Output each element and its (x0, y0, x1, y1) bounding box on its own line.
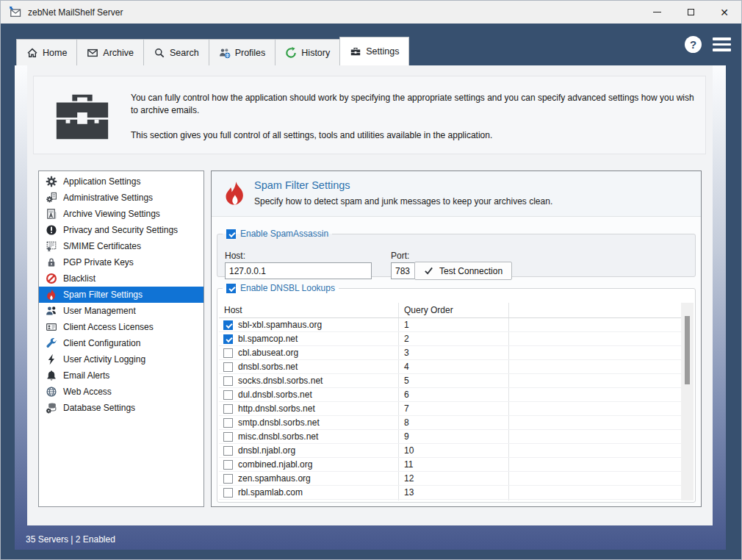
dnsbl-row[interactable]: cbl.abuseat.org3 (219, 346, 681, 360)
column-header-query-order[interactable]: Query Order (398, 303, 508, 317)
dnsbl-table: Host Query Order sbl-xbl.spamhaus.org1bl… (219, 303, 694, 500)
checkmark-icon (424, 266, 433, 276)
dnsbl-row[interactable]: dul.dnsbl.sorbs.net6 (219, 388, 681, 402)
dnsbl-table-header: Host Query Order (219, 303, 681, 318)
sidebar-item-application-settings[interactable]: Application Settings (39, 173, 203, 190)
spam-filter-panel: Spam Filter Settings Specify how to dete… (211, 170, 702, 507)
sidebar-item-label: Client Configuration (63, 338, 140, 348)
dnsbl-row-checkbox[interactable] (223, 334, 233, 344)
sidebar-item-client-access-licenses[interactable]: Client Access Licenses (39, 319, 203, 335)
dnsbl-row[interactable]: bl.spamcop.net2 (219, 332, 681, 346)
license-icon (46, 321, 57, 333)
scrollbar-thumb[interactable] (685, 316, 690, 384)
sidebar-item-blacklist[interactable]: Blacklist (39, 270, 203, 287)
sidebar-item-user-activity-logging[interactable]: User Activity Logging (39, 351, 203, 367)
dnsbl-row[interactable]: http.dnsbl.sorbs.net7 (219, 402, 681, 416)
vertical-scrollbar[interactable] (681, 303, 694, 500)
dnsbl-row[interactable]: zen.spamhaus.org12 (219, 472, 681, 486)
dnsbl-query-order: 8 (398, 416, 508, 429)
dnsbl-row[interactable]: misc.dnsbl.sorbs.net9 (219, 430, 681, 444)
dnsbl-row-checkbox[interactable] (223, 390, 233, 400)
column-header-host[interactable]: Host (219, 305, 398, 315)
sidebar-item-s-mime-certificates[interactable]: S/MIME Certificates (39, 238, 203, 254)
sidebar-item-client-configuration[interactable]: Client Configuration (39, 335, 203, 351)
dnsbl-row-checkbox[interactable] (223, 362, 233, 372)
dnsbl-row-checkbox[interactable] (223, 446, 233, 456)
tab-label: History (301, 48, 330, 58)
tab-history[interactable]: History (275, 39, 340, 65)
dnsbl-row[interactable]: socks.dnsbl.sorbs.net5 (219, 374, 681, 388)
dnsbl-row-checkbox[interactable] (223, 418, 233, 428)
tab-label: Search (170, 48, 199, 58)
dnsbl-host: rbl.spamlab.com (238, 487, 303, 498)
home-icon (26, 47, 38, 59)
enable-dnsbl-checkbox[interactable] (226, 284, 236, 293)
settings-category-list: Application SettingsAdministrative Setti… (38, 170, 204, 507)
dnsbl-query-order: 11 (398, 458, 508, 471)
tab-home[interactable]: Home (16, 39, 77, 65)
dnsbl-row-checkbox[interactable] (223, 488, 233, 498)
dnsbl-host: combined.njabl.org (238, 459, 312, 470)
minimize-button[interactable] (640, 1, 674, 24)
port-input[interactable] (391, 262, 416, 279)
app-icon (9, 6, 21, 18)
dnsbl-empty-cell (508, 346, 681, 359)
dnsbl-query-order: 6 (398, 388, 508, 401)
settings-icon (350, 46, 361, 57)
dnsbl-host: smtp.dnsbl.sorbs.net (238, 417, 320, 428)
sidebar-item-label: Blacklist (63, 273, 96, 284)
wrench-icon (46, 337, 57, 349)
dnsbl-empty-cell (508, 332, 681, 345)
help-button[interactable]: ? (685, 36, 702, 53)
dnsbl-row[interactable]: dnsbl.sorbs.net4 (219, 360, 681, 374)
dnsbl-host: dul.dnsbl.sorbs.net (238, 390, 312, 400)
dnsbl-empty-cell (508, 318, 681, 331)
maximize-button[interactable] (674, 1, 707, 24)
test-connection-button[interactable]: Test Connection (414, 262, 512, 280)
dnsbl-empty-cell (508, 486, 681, 499)
tab-archive[interactable]: Archive (76, 39, 144, 65)
sidebar-item-web-access[interactable]: Web Access (39, 384, 203, 400)
dnsbl-query-order: 12 (398, 472, 508, 485)
sidebar-item-label: Spam Filter Settings (63, 290, 143, 300)
dnsbl-row-checkbox[interactable] (223, 320, 233, 330)
dnsbl-query-order: 14 (398, 500, 508, 500)
sidebar-item-database-settings[interactable]: Database Settings (39, 400, 203, 416)
sidebar-item-user-management[interactable]: User Management (39, 303, 203, 319)
spamassassin-group: Enable SpamAssassin Host: Port: Test Con… (217, 229, 696, 277)
dnsbl-row[interactable]: smtp.dnsbl.sorbs.net8 (219, 416, 681, 430)
tab-profiles[interactable]: Profiles (209, 39, 276, 65)
dnsbl-row-checkbox[interactable] (223, 460, 233, 470)
dnsbl-row-checkbox[interactable] (223, 348, 233, 358)
sidebar-item-privacy-and-security-settings[interactable]: Privacy and Security Settings (39, 222, 203, 238)
host-input[interactable] (225, 262, 372, 279)
dnsbl-row[interactable]: rbl.spamlab.com13 (219, 486, 681, 500)
tab-search[interactable]: Search (143, 39, 209, 65)
dnsbl-row[interactable]: dnsbl.njabl.org10 (219, 444, 681, 458)
close-button[interactable]: ✕ (707, 1, 741, 24)
page-header-box: You can fully control how the applicatio… (33, 76, 706, 154)
sidebar-item-label: S/MIME Certificates (63, 241, 141, 251)
sidebar-item-email-alerts[interactable]: Email Alerts (39, 367, 203, 384)
dnsbl-row[interactable]: accredit.habeas.com14 (219, 500, 681, 500)
dnsbl-host: socks.dnsbl.sorbs.net (238, 376, 323, 386)
dnsbl-row-checkbox[interactable] (223, 474, 233, 484)
dnsbl-row[interactable]: sbl-xbl.spamhaus.org1 (219, 318, 681, 332)
sidebar-item-label: Administrative Settings (63, 193, 153, 203)
enable-spamassassin-checkbox[interactable] (226, 229, 236, 239)
tab-settings[interactable]: Settings (339, 37, 409, 65)
dnsbl-row[interactable]: combined.njabl.org11 (219, 458, 681, 472)
hamburger-menu-button[interactable] (713, 37, 731, 51)
dnsbl-row-checkbox[interactable] (223, 432, 233, 442)
tab-label: Settings (366, 46, 399, 57)
close-icon: ✕ (720, 7, 729, 18)
dnsbl-group: Enable DNSBL Lookups Host Query Order sb… (217, 283, 696, 503)
sidebar-item-spam-filter-settings[interactable]: Spam Filter Settings (39, 287, 203, 303)
sidebar-item-administrative-settings[interactable]: Administrative Settings (39, 190, 203, 206)
flame-icon (46, 289, 57, 301)
sidebar-item-archive-viewing-settings[interactable]: Archive Viewing Settings (39, 206, 203, 222)
dnsbl-row-checkbox[interactable] (223, 404, 233, 414)
dnsbl-query-order: 4 (398, 360, 508, 373)
dnsbl-row-checkbox[interactable] (223, 376, 233, 386)
sidebar-item-pgp-private-keys[interactable]: PGP Private Keys (39, 254, 203, 270)
